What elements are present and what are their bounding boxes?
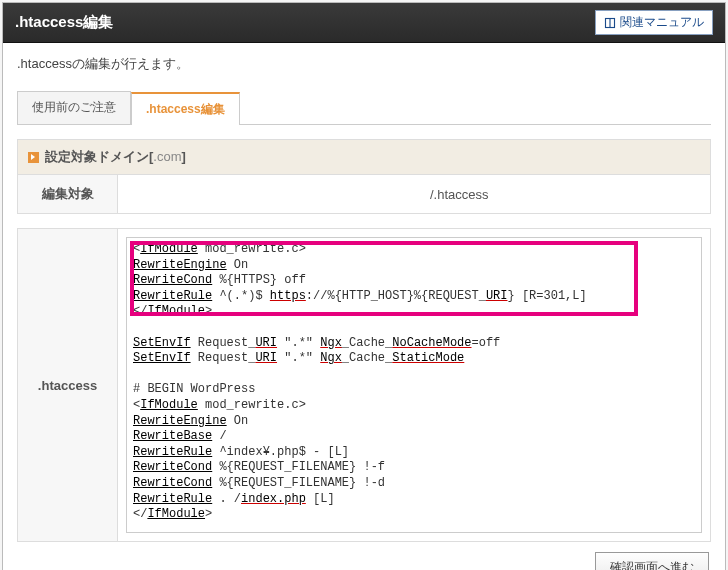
tab-htaccess-edit[interactable]: .htaccess編集 [131,92,240,125]
section-heading: 設定対象ドメイン[.com] [17,139,711,174]
target-table: 編集対象 /.htaccess [17,174,711,214]
target-label: 編集対象 [18,175,118,214]
target-path-cell: /.htaccess [118,175,711,214]
tab-precautions[interactable]: 使用前のご注意 [17,91,131,124]
heading-prefix: 設定対象ドメイン[ [45,149,153,164]
page-title: .htaccess編集 [15,13,113,32]
book-icon [604,17,616,29]
heading-suffix: ] [182,149,186,164]
tab-bar: 使用前のご注意 .htaccess編集 [17,91,711,125]
related-manual-button[interactable]: 関連マニュアル [595,10,713,35]
related-manual-label: 関連マニュアル [620,14,704,31]
page-container: .htaccess編集 関連マニュアル .htaccessの編集が行えます。 使… [2,2,726,570]
section-arrow-icon [28,152,39,163]
content-area: .htaccessの編集が行えます。 使用前のご注意 .htaccess編集 設… [3,43,725,570]
editor-label: .htaccess [18,229,118,542]
footer-actions: 確認画面へ進む [17,542,711,570]
editor-table: .htaccess <IfModule mod_rewrite.c> Rewri… [17,228,711,542]
table-row: .htaccess <IfModule mod_rewrite.c> Rewri… [18,229,711,542]
page-header: .htaccess編集 関連マニュアル [3,3,725,43]
confirm-button[interactable]: 確認画面へ進む [595,552,709,570]
table-row: 編集対象 /.htaccess [18,175,711,214]
page-description: .htaccessの編集が行えます。 [17,55,711,73]
htaccess-textarea[interactable]: <IfModule mod_rewrite.c> RewriteEngine O… [126,237,702,533]
target-path-suffix: /.htaccess [430,187,489,202]
editor-cell: <IfModule mod_rewrite.c> RewriteEngine O… [118,229,711,542]
heading-domain: .com [153,149,181,164]
